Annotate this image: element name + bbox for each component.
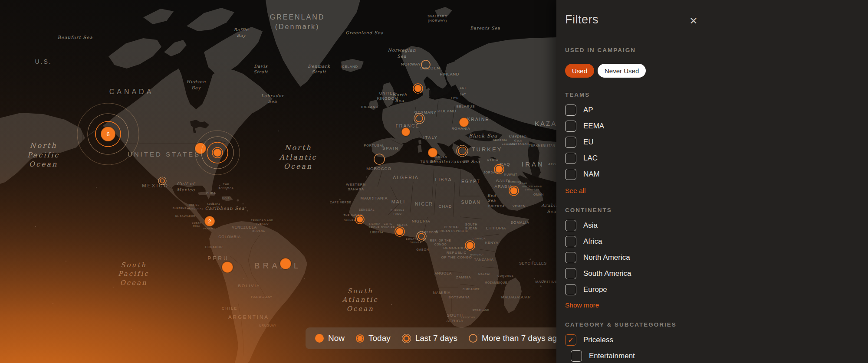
unchecked-checkbox-icon[interactable] [565, 236, 576, 247]
legend-item-more-than-7-days-ago: More than 7 days ago [469, 334, 562, 343]
checkbox-label: EU [583, 138, 594, 147]
section-teams: TEAMS [565, 92, 868, 98]
map-marker-now[interactable] [401, 128, 410, 136]
map-marker-today[interactable] [413, 84, 423, 93]
map-marker-now[interactable] [222, 262, 233, 273]
checkbox-row-south-america[interactable]: South America [565, 268, 868, 280]
toggle-never-used[interactable]: Never Used [598, 64, 646, 78]
last7-marker-icon [402, 334, 411, 343]
checkbox-row-eema[interactable]: EEMA [565, 120, 868, 132]
checkbox-row-africa[interactable]: Africa [565, 235, 868, 248]
map-marker-now[interactable] [459, 118, 469, 127]
cluster-count: 2 [208, 219, 211, 225]
unchecked-checkbox-icon[interactable] [565, 105, 576, 116]
show-more-link[interactable]: Show more [565, 301, 599, 309]
checkbox-label: EEMA [583, 122, 604, 131]
unchecked-checkbox-icon[interactable] [565, 268, 576, 279]
checkbox-label: Asia [583, 221, 598, 230]
checkbox-row-entertainment[interactable]: Entertainment [571, 350, 868, 362]
checkbox-label: South America [583, 269, 631, 278]
map-marker-today[interactable] [395, 227, 404, 236]
map-marker-today[interactable] [509, 186, 519, 196]
map-marker-now[interactable] [428, 148, 437, 157]
filters-panel: Filters ✕ USED IN CAMPAIGN UsedNever Use… [556, 0, 868, 363]
categories-list: ✓PricelessEntertainment [565, 334, 868, 363]
map-marker-today[interactable] [494, 164, 504, 174]
map-marker-now[interactable] [195, 143, 206, 154]
legend-label: Now [328, 334, 345, 343]
map-marker-now[interactable] [280, 258, 291, 269]
checkbox-label: Africa [583, 237, 602, 246]
panel-title: Filters [565, 12, 868, 27]
section-continents: CONTINENTS [565, 207, 868, 213]
legend-label: Today [368, 334, 391, 343]
unchecked-checkbox-icon[interactable] [565, 220, 576, 231]
checkbox-row-north-america[interactable]: North America [565, 252, 868, 264]
close-icon[interactable]: ✕ [687, 14, 700, 28]
checkbox-row-lac[interactable]: LAC [565, 152, 868, 164]
checkbox-label: NAM [583, 170, 600, 179]
continents-list: AsiaAfricaNorth AmericaSouth AmericaEuro… [565, 219, 868, 296]
checked-checkbox-icon[interactable]: ✓ [565, 334, 576, 346]
unchecked-checkbox-icon[interactable] [565, 153, 576, 164]
today-marker-icon [356, 334, 364, 343]
map-marker-today[interactable] [465, 241, 475, 250]
unchecked-checkbox-icon[interactable] [571, 350, 582, 362]
older-marker-icon [469, 334, 477, 343]
teams-list: APEEMAEULACNAM [565, 104, 868, 180]
unchecked-checkbox-icon[interactable] [565, 169, 576, 180]
checkbox-label: LAC [583, 154, 598, 163]
checkbox-label: North America [583, 253, 630, 262]
checkbox-row-asia[interactable]: Asia [565, 219, 868, 232]
unchecked-checkbox-icon[interactable] [565, 252, 576, 263]
legend-item-last-7-days: Last 7 days [402, 334, 457, 343]
map-marker-cluster[interactable]: 2 [204, 216, 215, 226]
legend-item-now: Now [315, 334, 345, 343]
unchecked-checkbox-icon[interactable] [565, 284, 576, 295]
checkbox-label: AP [583, 106, 593, 114]
cluster-count: 6 [106, 131, 109, 137]
checkbox-label: Priceless [583, 336, 613, 344]
checkbox-label: Entertainment [589, 352, 635, 360]
checkbox-row-ap[interactable]: AP [565, 104, 868, 116]
see-all-link[interactable]: See all [565, 187, 585, 195]
unchecked-checkbox-icon[interactable] [565, 137, 576, 148]
map-marker-today[interactable] [355, 215, 364, 224]
now-marker-icon [315, 334, 324, 343]
checkbox-row-europe[interactable]: Europe [565, 284, 868, 296]
checkbox-label: Europe [583, 285, 607, 294]
legend-item-today: Today [356, 334, 391, 343]
section-categories: CATEGORY & SUBCATEGORIES [565, 321, 868, 328]
toggle-used[interactable]: Used [565, 64, 594, 78]
section-used-in-campaign: USED IN CAMPAIGN [565, 47, 868, 53]
map-legend: NowTodayLast 7 daysMore than 7 days ago [306, 327, 566, 349]
unchecked-checkbox-icon[interactable] [565, 121, 576, 132]
legend-label: More than 7 days ago [482, 334, 562, 343]
used-toggle-group: UsedNever Used [565, 64, 868, 78]
legend-label: Last 7 days [415, 334, 457, 343]
checkbox-row-nam[interactable]: NAM [565, 168, 868, 180]
checkbox-row-priceless[interactable]: ✓Priceless [565, 334, 868, 346]
checkbox-row-eu[interactable]: EU [565, 136, 868, 148]
